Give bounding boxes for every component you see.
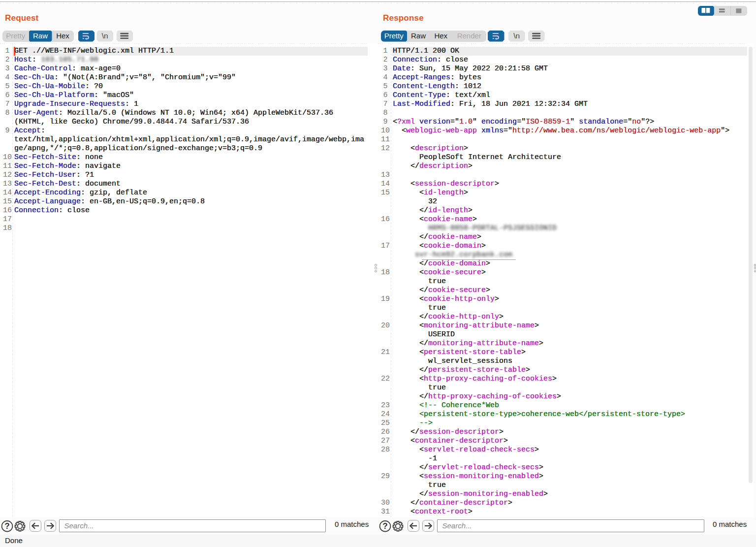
svg-text:?: ? bbox=[4, 521, 9, 530]
svg-text:?: ? bbox=[382, 521, 387, 530]
